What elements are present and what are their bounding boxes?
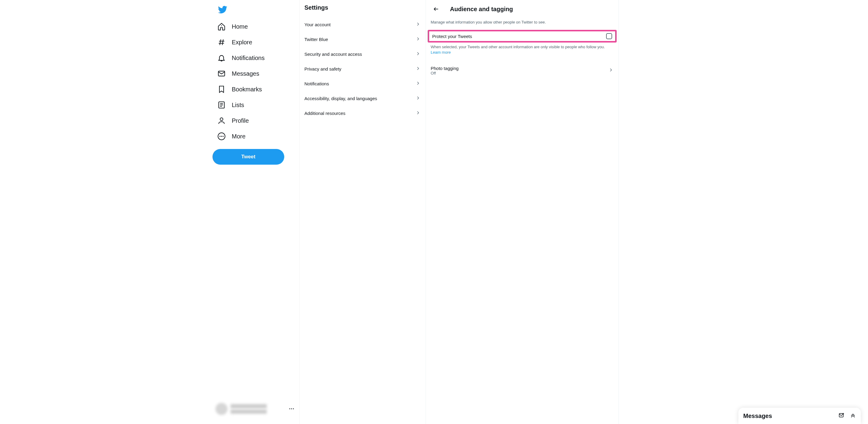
settings-title: Settings — [300, 0, 426, 17]
svg-line-4 — [222, 39, 223, 45]
list-icon — [217, 101, 226, 109]
nav-label: Profile — [232, 117, 249, 124]
nav-label: Lists — [232, 102, 244, 109]
bell-icon — [217, 54, 226, 62]
nav-item-profile[interactable]: Profile — [213, 113, 253, 128]
settings-item-accessibility[interactable]: Accessibility, display, and languages — [300, 91, 426, 106]
profile-icon — [217, 116, 226, 125]
chevron-right-icon — [415, 110, 421, 116]
side-nav: Home Explore Notifications Messages Book… — [213, 0, 299, 424]
settings-item-label: Notifications — [304, 81, 329, 86]
detail-subtitle: Manage what information you allow other … — [426, 17, 618, 30]
nav-item-lists[interactable]: Lists — [213, 97, 248, 113]
bookmark-icon — [217, 85, 226, 93]
settings-item-security[interactable]: Security and account access — [300, 47, 426, 62]
photo-tagging-label: Photo tagging — [431, 66, 459, 71]
nav-item-notifications[interactable]: Notifications — [213, 50, 268, 66]
nav-item-messages[interactable]: Messages — [213, 66, 263, 82]
settings-item-additional[interactable]: Additional resources — [300, 106, 426, 121]
messages-dock-title: Messages — [743, 413, 772, 420]
nav-item-more[interactable]: More — [213, 128, 249, 144]
protect-tweets-checkbox[interactable] — [606, 33, 612, 39]
settings-item-label: Additional resources — [304, 111, 345, 116]
detail-title: Audience and tagging — [450, 6, 513, 13]
tweet-button[interactable]: Tweet — [213, 149, 284, 165]
settings-item-your-account[interactable]: Your account — [300, 17, 426, 32]
chevron-right-icon — [415, 51, 421, 57]
expand-dock-icon[interactable] — [850, 412, 856, 420]
protect-tweets-row[interactable]: Protect your Tweets — [429, 31, 615, 41]
envelope-icon — [217, 69, 226, 78]
detail-column: Audience and tagging Manage what informa… — [426, 0, 619, 424]
settings-item-label: Privacy and safety — [304, 66, 341, 71]
chevron-right-icon — [415, 66, 421, 72]
arrow-left-icon — [433, 6, 439, 12]
more-circle-icon — [217, 132, 226, 141]
settings-item-label: Security and account access — [304, 52, 362, 57]
profile-handle-blurred — [230, 410, 267, 414]
svg-point-10 — [220, 118, 223, 121]
nav-item-explore[interactable]: Explore — [213, 34, 256, 50]
more-dots-icon: ··· — [289, 406, 294, 412]
svg-line-3 — [220, 39, 221, 45]
detail-header: Audience and tagging — [426, 2, 618, 17]
new-message-icon[interactable] — [838, 412, 844, 420]
nav-item-bookmarks[interactable]: Bookmarks — [213, 82, 266, 97]
profile-text — [230, 403, 289, 414]
settings-item-privacy[interactable]: Privacy and safety — [300, 62, 426, 76]
svg-point-0 — [221, 25, 222, 26]
nav-item-home[interactable]: Home — [213, 19, 251, 34]
settings-item-label: Your account — [304, 22, 331, 27]
account-switcher[interactable]: ··· — [213, 400, 299, 424]
nav-label: Bookmarks — [232, 86, 262, 93]
protect-tweets-highlight: Protect your Tweets — [428, 30, 617, 42]
photo-tagging-value: Off — [431, 71, 459, 75]
profile-name-blurred — [230, 404, 267, 408]
settings-column: Settings Your account Twitter Blue Secur… — [299, 0, 426, 424]
settings-item-label: Accessibility, display, and languages — [304, 96, 377, 101]
hashtag-icon — [217, 38, 226, 47]
nav-label: Notifications — [232, 55, 265, 62]
nav-label: More — [232, 133, 246, 140]
protect-tweets-description: When selected, your Tweets and other acc… — [426, 44, 618, 55]
protect-desc-text: When selected, your Tweets and other acc… — [431, 44, 605, 49]
settings-item-twitter-blue[interactable]: Twitter Blue — [300, 32, 426, 47]
back-button[interactable] — [431, 4, 441, 14]
home-icon — [217, 22, 226, 31]
chevron-right-icon — [415, 22, 421, 28]
chevron-right-icon — [415, 36, 421, 42]
photo-tagging-row[interactable]: Photo tagging Off — [426, 62, 618, 80]
settings-item-notifications[interactable]: Notifications — [300, 76, 426, 91]
nav-label: Home — [232, 23, 248, 30]
chevron-right-icon — [608, 67, 614, 74]
twitter-logo[interactable] — [215, 2, 230, 18]
learn-more-link[interactable]: Learn more — [431, 50, 451, 55]
settings-item-label: Twitter Blue — [304, 37, 328, 42]
messages-dock[interactable]: Messages — [738, 408, 861, 424]
protect-tweets-label: Protect your Tweets — [432, 34, 472, 39]
nav-label: Messages — [232, 70, 259, 77]
twitter-bird-icon — [218, 5, 227, 14]
nav-label: Explore — [232, 39, 252, 46]
chevron-right-icon — [415, 95, 421, 102]
chevron-right-icon — [415, 81, 421, 87]
avatar — [216, 403, 227, 415]
